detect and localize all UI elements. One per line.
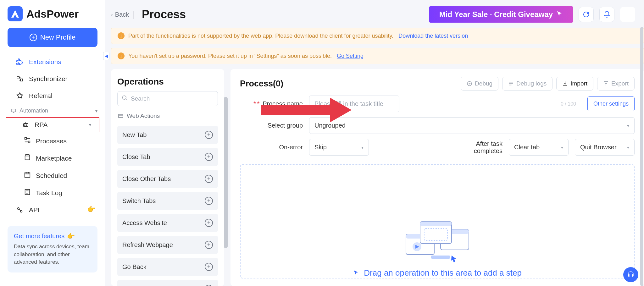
logo[interactable]: AdsPower (0, 6, 105, 28)
section-label-text: Automation (19, 107, 48, 114)
refresh-button[interactable] (579, 7, 594, 22)
char-count: 0 / 100 (561, 101, 576, 107)
nav-extensions[interactable]: Extensions (0, 53, 105, 70)
calendar-icon (24, 171, 31, 180)
operation-item[interactable]: Refresh Webpage+ (117, 236, 218, 254)
alert-link[interactable]: Download the latest version (398, 33, 468, 39)
nav-rpa[interactable]: RPA ▾ (6, 117, 99, 132)
alert-text: Part of the functionalities is not suppo… (128, 33, 393, 39)
operations-category[interactable]: Web Actions (117, 111, 218, 121)
back-button[interactable]: ‹ Back (111, 11, 129, 18)
export-button[interactable]: Export (597, 77, 635, 91)
help-fab-button[interactable] (623, 267, 638, 282)
on-error-dropdown[interactable]: Skip ▾ (309, 139, 369, 156)
nav-label: Referral (29, 92, 53, 100)
import-icon (562, 81, 568, 86)
import-button[interactable]: Import (556, 77, 593, 91)
dropzone-text: Drag an operation to this area to add a … (353, 268, 522, 278)
profile-button[interactable] (620, 7, 635, 22)
main: ‹ Back | Process Mid Year Sale · Credit … (105, 0, 644, 286)
nav-marketplace[interactable]: Marketplace (0, 150, 105, 167)
bell-icon (603, 11, 611, 18)
list-icon (508, 81, 514, 86)
debug-button[interactable]: Debug (461, 77, 498, 91)
sale-banner-text: Mid Year Sale · Credit Giveaway (439, 10, 553, 19)
operation-label: Switch Tabs (122, 197, 156, 205)
log-icon (24, 189, 31, 197)
add-icon[interactable]: + (205, 131, 213, 139)
add-icon[interactable]: + (205, 175, 213, 183)
add-icon[interactable]: + (205, 219, 213, 227)
svg-point-12 (123, 96, 126, 100)
robot-icon (22, 121, 30, 129)
notifications-button[interactable] (599, 7, 614, 22)
nav-scheduled[interactable]: Scheduled (0, 167, 105, 184)
process-panel: Process(0) Debug Debug logs Import (230, 69, 644, 286)
after-task-dropdown-1[interactable]: Clear tab ▾ (509, 139, 569, 156)
nav-synchronizer[interactable]: Synchronizer (0, 70, 105, 87)
warning-icon: ! (118, 32, 125, 39)
sidebar: AdsPower + New Profile Extensions Synchr… (0, 0, 105, 286)
nav-label: API (29, 206, 40, 214)
sync-icon (16, 75, 24, 83)
sale-banner[interactable]: Mid Year Sale · Credit Giveaway (429, 6, 573, 23)
operation-item[interactable]: Screenshot+ (117, 280, 218, 286)
browser-icon (118, 113, 124, 119)
main-scrollbar[interactable] (640, 27, 643, 286)
promo-box[interactable]: Get more features 👉 Data sync across dev… (8, 226, 97, 272)
operation-item[interactable]: Access Website+ (117, 214, 218, 232)
select-group-label: Select group (240, 122, 303, 129)
nav-processes[interactable]: Processes (0, 132, 105, 150)
operation-item[interactable]: Close Tab+ (117, 148, 218, 166)
svg-rect-1 (20, 79, 23, 81)
operation-item[interactable]: Go Back+ (117, 258, 218, 276)
page-title: Process (142, 8, 186, 21)
add-icon[interactable]: + (205, 197, 213, 205)
other-settings-button[interactable]: Other settings (587, 96, 635, 111)
alert-text: You haven't set up a password. Please se… (128, 53, 332, 59)
add-icon[interactable]: + (205, 285, 213, 286)
operations-title: Operations (117, 77, 218, 87)
operations-search-input[interactable] (117, 91, 218, 106)
svg-point-4 (25, 125, 25, 125)
search-wrap (117, 91, 218, 106)
operation-item[interactable]: Switch Tabs+ (117, 192, 218, 210)
svg-rect-6 (25, 138, 27, 140)
operation-label: Go Back (122, 263, 147, 271)
process-actions: Debug Debug logs Import Export (461, 77, 635, 91)
svg-rect-2 (12, 109, 15, 112)
nav-label: Processes (36, 137, 67, 145)
select-group-dropdown[interactable]: Ungrouped ▾ (309, 117, 635, 134)
drop-zone[interactable]: Drag an operation to this area to add a … (240, 164, 635, 278)
operation-label: Refresh Webpage (122, 241, 173, 249)
after-task-dropdown-2[interactable]: Quit Browser ▾ (575, 139, 635, 156)
search-icon (122, 95, 128, 102)
section-automation[interactable]: Automation ▾ (0, 104, 105, 117)
after-task-label: After task completes (458, 140, 502, 155)
operation-item[interactable]: New Tab+ (117, 126, 218, 144)
operation-item[interactable]: Close Other Tabs+ (117, 170, 218, 188)
nav-referral[interactable]: Referral (0, 87, 105, 104)
input-wrap: 0 / 100 (309, 96, 581, 112)
select-value: Skip (314, 144, 327, 151)
operation-label: Access Website (122, 219, 167, 227)
alert-link[interactable]: Go Setting (337, 53, 364, 59)
chevron-down-icon: ▾ (627, 123, 629, 128)
nav-api[interactable]: API 👉 (0, 201, 105, 218)
nav-task-log[interactable]: Task Log (0, 184, 105, 201)
svg-rect-7 (28, 141, 30, 143)
cursor-icon (556, 10, 563, 19)
chevron-down-icon: ▾ (627, 145, 629, 150)
process-name-input[interactable] (309, 96, 399, 112)
on-error-label: On-error (240, 144, 303, 151)
play-circle-icon (467, 81, 472, 86)
debug-logs-button[interactable]: Debug logs (502, 77, 552, 91)
svg-rect-13 (119, 114, 123, 118)
new-profile-button[interactable]: + New Profile (8, 28, 97, 47)
operations-scrollbar[interactable] (224, 97, 228, 248)
operations-list: New Tab+Close Tab+Close Other Tabs+Switc… (117, 126, 218, 286)
add-icon[interactable]: + (205, 241, 213, 249)
logo-mark-icon (8, 6, 23, 21)
add-icon[interactable]: + (205, 153, 213, 161)
add-icon[interactable]: + (205, 263, 213, 271)
